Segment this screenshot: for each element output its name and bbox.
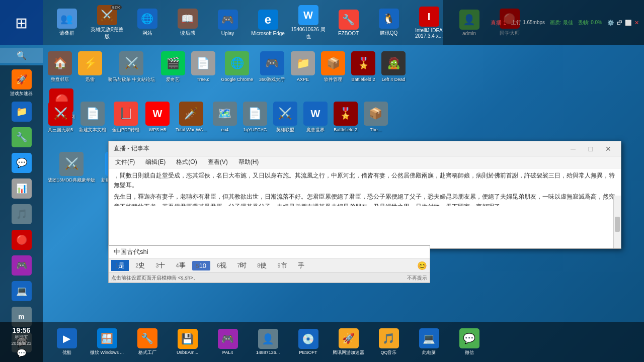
taskbar-icon-website[interactable]: 🌐 网站 <box>128 7 166 38</box>
ime-candidate-8[interactable]: 8使 <box>253 260 271 271</box>
notepad-scrollbar[interactable] <box>613 196 621 248</box>
taskbar-music[interactable]: 🎵 <box>3 203 40 227</box>
desktop-icon-the[interactable]: 📦 The... <box>361 99 390 135</box>
taskbar-icon-duhouguan[interactable]: 📖 读后感 <box>169 7 206 38</box>
desktop-icon-1q[interactable]: 📄 1qYUFCYC <box>240 99 270 135</box>
settings-icon[interactable]: ⚙️ <box>607 20 614 26</box>
bottom-icon-mypc[interactable]: 💻 此电脑 <box>410 327 448 357</box>
ime-candidate-7[interactable]: 7时 <box>233 260 251 271</box>
bottom-icon-tgame[interactable]: 🚀 腾讯网游加速器 <box>330 327 367 357</box>
desktop-icon-360game[interactable]: 🎮 360游戏大厅 <box>257 49 287 85</box>
ime-candidate-3[interactable]: 3十 <box>151 260 169 271</box>
ime-candidate-5[interactable]: 510 <box>192 261 211 270</box>
bottom-icon-pesoft[interactable]: 💿 PESOFT <box>289 327 327 356</box>
ime-candidate-2[interactable]: 2史 <box>131 260 149 271</box>
taskbar-icon-idea[interactable]: I IntelliJ IDEA 2017.3.4 x... <box>410 5 448 40</box>
tray-close-icon[interactable]: ✕ <box>634 20 639 26</box>
bottom-icon-pal4[interactable]: 🎮 PAL4 <box>209 327 247 356</box>
desktop-icon-zhendianlinjv[interactable]: 🏠 整盘邻居 <box>45 49 74 85</box>
ime-hint-text: 点击前往设置页面开启模糊音 <s,sh>。 <box>111 275 198 282</box>
bottom-icon-wechat[interactable]: 💬 微信 <box>450 327 488 357</box>
notepad-close-button[interactable]: ✕ <box>601 144 616 154</box>
desktop-icon-axpe[interactable]: 📁 AXPE <box>288 49 317 85</box>
ime-candidate-6[interactable]: 6视 <box>213 260 230 271</box>
desktop-icon-newtxt[interactable]: 📄 新建文本文档 <box>76 99 109 135</box>
notepad-line1: ，間數日則親自赴堂受成，恣其淫佚，名日大布施，又日以身布施。其流風之行，中原河北… <box>114 171 616 190</box>
desktop-icon-mount-blade[interactable]: ⚔️ 骑马与砍杀 中文站论坛 <box>106 49 157 85</box>
desktop-icon-lol[interactable]: ⚔️ 英雄联盟 <box>271 99 300 135</box>
notepad-maximize-button[interactable]: □ <box>583 144 598 154</box>
bottom-icon-user[interactable]: 👤 14887126... <box>249 327 287 356</box>
ime-emoji-button[interactable]: 😊 <box>417 261 427 270</box>
desktop-icon-wpsh5[interactable]: W WPS H5 <box>143 99 172 135</box>
tool-icon: 🔧 <box>12 127 32 147</box>
scrollbar-thumb[interactable] <box>615 217 620 232</box>
qiedie-label: 请叠群 <box>59 30 74 37</box>
menu-help[interactable]: 帮助(H) <box>234 157 263 167</box>
ime-candidate-10[interactable]: 手 <box>294 260 308 271</box>
notepad-content[interactable]: ，間數日則親自赴堂受成，恣其淫佚，名日大布施，又日以身布施。其流風之行，中原河北… <box>109 168 621 206</box>
desktop-icon-eu4[interactable]: 🗺️ eu4 <box>210 99 239 135</box>
wechat-icon: 💬 <box>459 328 479 348</box>
notepad-minimize-button[interactable]: ─ <box>566 144 581 154</box>
taskbar-icon-qiedie[interactable]: 👥 请叠群 <box>48 7 86 38</box>
qq-label: 腾讯QQ <box>380 30 398 37</box>
minimize-all-icon[interactable]: 🗗 <box>617 20 622 26</box>
desktop-icon-sanguowushuang[interactable]: ⚔️ 真三国无双5 <box>45 99 75 135</box>
ime-candidate-1[interactable]: 1是 <box>111 260 129 271</box>
ezboot-label: EZBOOT <box>338 31 359 36</box>
desktop-icon-iqiyi[interactable]: 🎬 爱奇艺 <box>158 49 188 85</box>
desktop-icon-bf2[interactable]: 🎖️ Battlefield 2 <box>349 49 378 85</box>
bottom-icon-formatfac[interactable]: 🔧 格式工厂 <box>128 327 166 357</box>
taskbar-icon-edge[interactable]: e Microsoft Edge <box>249 8 287 38</box>
taskbar-icon-ezboot[interactable]: 🔧 EZBOOT <box>330 8 367 38</box>
taskbar-pc[interactable]: 💻 <box>3 280 40 304</box>
clock-area[interactable]: 19:56 星期五 2019/8/23 💬 <box>0 322 43 362</box>
tree-icon: 📄 <box>191 51 215 75</box>
taskbar-icon-uplay[interactable]: 🎮 Uplay <box>209 8 247 38</box>
start-button[interactable]: ⊞ <box>0 0 43 45</box>
menu-file[interactable]: 文件(F) <box>111 157 139 167</box>
desktop-icon-tree[interactable]: 📄 Tree.c <box>189 49 218 85</box>
bottom-icon-qqmusic[interactable]: 🎵 QQ音乐 <box>370 327 408 357</box>
website-icon: 🌐 <box>137 9 157 29</box>
chat-bubble-icon[interactable]: 💬 <box>17 348 27 358</box>
bottom-taskbar: ▶ 优酷 🪟 微软 Windows ... 🔧 格式工厂 💾 UsbEAm...… <box>43 322 644 362</box>
taskbar-tool[interactable]: 🔧 <box>3 126 40 150</box>
menu-format[interactable]: 格式(O) <box>172 157 201 167</box>
menu-edit[interactable]: 编辑(E) <box>141 157 170 167</box>
desktop-icon-wow[interactable]: W 魔兽世界 <box>301 99 330 135</box>
taskbar-icon-qq[interactable]: 🐧 腾讯QQ <box>370 7 408 38</box>
desktop-icon-l4d[interactable]: 🧟 Left 4 Dead <box>379 49 408 85</box>
taskbar-red[interactable]: 🔴 <box>3 228 40 252</box>
ime-not-show[interactable]: 不再提示 <box>407 275 427 282</box>
notepad-menubar: 文件(F) 编辑(E) 格式(O) 查看(V) 帮助(H) <box>109 156 621 168</box>
taskbar-icon-hero[interactable]: ⚔️ 英雄无敌6完整版 82% <box>88 4 126 42</box>
bottom-icon-windows[interactable]: 🪟 微软 Windows ... <box>88 327 126 357</box>
ime-candidate-4[interactable]: 4事 <box>172 260 189 271</box>
window-icon[interactable]: ⬜ <box>625 20 632 26</box>
notepad-body: ，間數日則親自赴堂受成，恣其淫佚，名日大布施，又日以身布施。其流風之行，中原河北… <box>109 168 621 248</box>
menu-view[interactable]: 查看(V) <box>204 157 232 167</box>
ime-candidate-9[interactable]: 9市 <box>273 260 291 271</box>
taskbar-chat[interactable]: 💬 <box>3 151 40 175</box>
taskbar-icon-wechat-user[interactable]: W 1540610626 周也 <box>289 4 327 42</box>
desktop-icon-softmgr[interactable]: 📦 软件管理 <box>318 49 348 85</box>
notepad-window: 直播 - 记事本 ─ □ ✕ 文件(F) 编辑(E) 格式(O) 查看(V) 帮… <box>108 141 621 249</box>
desktop-icon-xunlei[interactable]: ⚡ 迅雷 <box>75 49 105 85</box>
idea-icon: I <box>419 7 439 27</box>
bottom-icon-usbemu[interactable]: 💾 UsbEAm... <box>169 327 206 356</box>
bottom-icon-youku[interactable]: ▶ 优酷 <box>48 327 86 357</box>
taskbar-stats[interactable]: 📊 <box>3 177 40 201</box>
taskbar-game[interactable]: 🎮 <box>3 254 40 278</box>
taskbar-zhangjiaqun[interactable]: 🚀 游戏加速器 <box>3 68 40 99</box>
desktop-icon-zhantuan[interactable]: ⚔️ 战团13MOD典藏豪华版 <box>45 149 98 186</box>
formatfac-icon: 🔧 <box>137 328 157 348</box>
stats-icon: 📊 <box>12 178 32 199</box>
desktop-icon-bf22[interactable]: 🎖️ Battlefield 2 <box>331 99 360 135</box>
search-bar[interactable]: 🔍 <box>0 48 43 63</box>
desktop-icon-jinshan[interactable]: 📕 金山PDF转档 <box>110 99 142 135</box>
taskbar-folder[interactable]: 📁 <box>3 100 40 124</box>
desktop-icon-chrome[interactable]: 🌐 Google Chrome <box>219 49 256 85</box>
desktop-icon-totalwar[interactable]: 🗡️ Total War WA... <box>173 99 209 135</box>
